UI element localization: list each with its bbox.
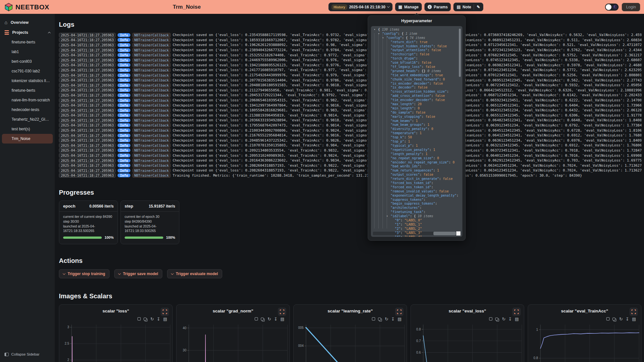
expand-button[interactable]	[278, 308, 286, 316]
note-button-group[interactable]: ▤ Note ✎	[453, 3, 483, 11]
download-icon[interactable]: ↧	[508, 317, 512, 321]
download-icon[interactable]: ↧	[157, 317, 160, 321]
expand-button[interactable]	[512, 308, 521, 316]
json-tree-row[interactable]: ▾{ 130 items	[374, 28, 462, 32]
log-scale-icon[interactable]: ▤	[280, 317, 284, 321]
sidebar-project-item[interactable]: csc791-030 lab2	[0, 66, 55, 76]
json-key: "repetition_penalty"	[391, 148, 429, 152]
chart-plot[interactable]: 32.521.51	[59, 322, 172, 362]
log-scale-icon[interactable]: ▤	[398, 317, 402, 321]
json-tree-row[interactable]: ▾"id2label": { 10 items	[374, 214, 462, 218]
chart-plot[interactable]: 40302010	[176, 322, 289, 362]
download-icon[interactable]: ↧	[626, 317, 629, 321]
log-source-badge: NBTrainerCallback	[132, 143, 171, 148]
caret-icon[interactable]: ▾	[374, 28, 375, 31]
log-line: 2025-04-16T21:18:27.205963InfoNBTrainerC…	[59, 42, 641, 48]
sidebar-project-item[interactable]: Trm_Noise	[2, 134, 53, 144]
download-icon[interactable]: ↧	[274, 317, 278, 321]
log-timestamp: 2025-04-16T21:18:27.205963	[59, 98, 116, 103]
log-level-badge: Info	[118, 163, 130, 167]
collapse-sidebar-button[interactable]: Collapse Sidebar	[0, 350, 44, 359]
actions-section-title: Actions	[59, 257, 641, 265]
expand-button[interactable]	[161, 308, 169, 316]
chart-plot[interactable]: 005004003002001	[294, 322, 407, 362]
chart-card: scalar "grad_norm"↻↧▤40302010	[176, 304, 290, 362]
duplicate-icon[interactable]	[612, 318, 615, 320]
sidebar-project-item[interactable]: test bert(s)	[0, 124, 55, 134]
chart-plot[interactable]: 10.80.6	[528, 322, 641, 362]
expand-button[interactable]	[630, 308, 638, 316]
json-tree-row: "typical_p": 1	[374, 144, 462, 148]
sidebar-project-item[interactable]: tokenizer statistics llama...	[0, 76, 55, 86]
refresh-icon[interactable]: ↻	[385, 317, 388, 321]
crop-icon[interactable]	[606, 317, 610, 320]
crop-icon[interactable]	[372, 317, 375, 320]
action-button[interactable]: Trigger save model	[114, 269, 162, 278]
sidebar-project-item[interactable]: Terahertz_No22_Gl261_gl...	[0, 115, 55, 124]
log-scale-icon[interactable]: ▤	[163, 317, 167, 321]
duplicate-icon[interactable]	[495, 318, 498, 320]
download-icon[interactable]: ↧	[391, 317, 395, 321]
log-scale-icon[interactable]: ▤	[515, 317, 519, 321]
collapse-sidebar-label: Collapse Sidebar	[11, 352, 40, 356]
refresh-icon[interactable]: ↻	[502, 317, 506, 321]
json-tree-row[interactable]: ▾"config": { 74 items	[374, 36, 462, 40]
pencil-icon[interactable]: ✎	[477, 5, 480, 9]
chart-title: scalar "eval_TrainAcc"	[528, 309, 641, 313]
manage-button[interactable]: ▦ Manage	[395, 3, 422, 11]
json-value: 0	[431, 127, 433, 131]
crop-icon[interactable]	[137, 317, 141, 320]
json-brace: {	[402, 32, 405, 35]
sidebar-project-item[interactable]: bert-conll03	[0, 57, 55, 66]
sidebar-project-item[interactable]: naive-llm-from-scratch	[0, 95, 55, 105]
caret-icon[interactable]: ▾	[378, 32, 380, 35]
action-button[interactable]: Trigger stop training	[59, 269, 109, 278]
json-tree-row: "torch_dtype":	[374, 57, 462, 61]
params-button[interactable]: i Params	[424, 3, 451, 11]
log-line: 2025-04-16T21:18:27.205963InfoNBTrainerC…	[59, 123, 641, 128]
theme-toggle[interactable]: ☾	[605, 4, 619, 11]
action-button[interactable]: Trigger evaluate model	[167, 269, 222, 278]
json-colon: :	[414, 86, 418, 89]
duplicate-icon[interactable]	[378, 318, 381, 320]
json-value: false	[425, 65, 435, 69]
log-line: 2025-04-16T21:18:27.205963InfoNBTrainerC…	[59, 83, 641, 88]
json-colon: :	[402, 36, 406, 40]
log-source-badge: NBTrainerCallback	[132, 148, 171, 153]
caret-icon[interactable]: ▾	[386, 215, 388, 218]
sidebar-item-overview[interactable]: ⌂ Overview	[0, 17, 55, 28]
json-tree-row[interactable]: ▾"config": { 1 item	[374, 32, 462, 36]
json-colon: :	[439, 78, 443, 81]
crop-icon[interactable]	[489, 317, 492, 320]
json-colon: :	[449, 161, 453, 164]
refresh-icon[interactable]: ↻	[268, 317, 271, 321]
log-scale-icon[interactable]: ▤	[632, 317, 636, 321]
refresh-icon[interactable]: ↻	[619, 317, 623, 321]
json-tree-row: "architectures":	[374, 206, 462, 210]
history-dropdown[interactable]: History 2025-04-16 21:18:30	[328, 3, 393, 11]
refresh-icon[interactable]: ↻	[150, 317, 154, 321]
neetbox-logo-icon	[5, 3, 13, 11]
caret-icon[interactable]: ▾	[382, 36, 384, 39]
brand-name: NEETBOX	[15, 3, 49, 11]
sidebar-project-item[interactable]: finetune-berts	[0, 86, 55, 95]
json-colon: :	[431, 98, 435, 102]
chart-plot[interactable]: 0.80.70.60.50.40.30.2	[411, 322, 524, 362]
sidebar-project-item[interactable]: lab1	[0, 47, 55, 57]
brand[interactable]: NEETBOX	[5, 3, 49, 11]
sidebar-item-projects[interactable]: Projects	[0, 28, 55, 37]
json-colon: :	[401, 231, 404, 235]
log-source-badge: NBTrainerCallback	[132, 163, 171, 168]
duplicate-icon[interactable]	[144, 318, 147, 320]
json-tree-row: "pruned_heads": {} 0 items	[374, 69, 462, 73]
crop-icon[interactable]	[255, 317, 258, 320]
sidebar-project-item[interactable]: finetune-berts	[0, 37, 55, 47]
log-timestamp: 2025-04-16T21:18:27.205963	[59, 163, 116, 168]
json-value: false	[435, 94, 445, 97]
log-level-badge: Info	[118, 159, 130, 162]
duplicate-icon[interactable]	[261, 318, 264, 320]
login-button[interactable]: Login	[622, 3, 640, 11]
log-timestamp: 2025-04-16T21:18:27.205963	[59, 138, 116, 143]
expand-button[interactable]	[395, 308, 403, 316]
sidebar-project-item[interactable]: hedecoder-tests	[0, 105, 55, 115]
